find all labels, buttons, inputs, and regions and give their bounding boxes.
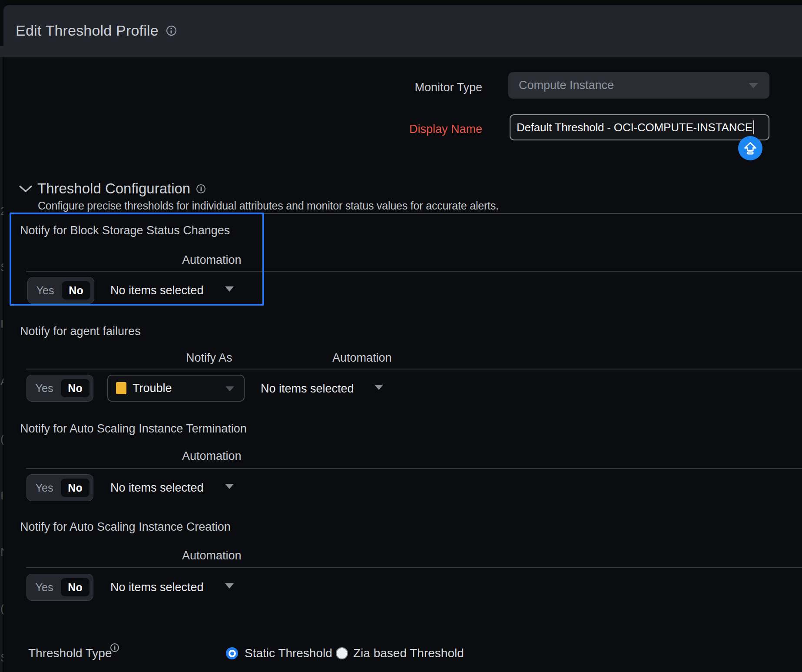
toggle-yes-option[interactable]: Yes xyxy=(27,574,62,600)
monitor-type-label: Monitor Type xyxy=(387,80,482,94)
display-name-value: Default Threshold - OCI-COMPUTE-INSTANCE xyxy=(517,121,752,134)
column-header-automation: Automation xyxy=(182,253,242,266)
agent-failures-automation-select[interactable]: No items selected xyxy=(261,382,354,396)
toggle-yes-option[interactable]: Yes xyxy=(28,277,63,303)
trouble-status-swatch xyxy=(116,382,126,394)
left-edge-background xyxy=(0,57,4,672)
left-edge-fragment: S xyxy=(0,651,3,664)
radio-zia-based-threshold[interactable] xyxy=(336,647,348,659)
block-storage-yes-no-toggle[interactable]: Yes No xyxy=(27,277,94,304)
agent-failures-yes-no-toggle[interactable]: Yes No xyxy=(27,375,93,402)
top-strip xyxy=(0,0,802,5)
display-name-input[interactable]: Default Threshold - OCI-COMPUTE-INSTANCE xyxy=(510,114,769,140)
radio-label-zia-based-threshold[interactable]: Zia based Threshold xyxy=(353,646,464,660)
autoscaling-termination-automation-select[interactable]: No items selected xyxy=(110,481,204,495)
divider xyxy=(26,567,802,568)
threshold-configuration-description: Configure precise thresholds for individ… xyxy=(38,199,499,212)
radio-static-threshold[interactable] xyxy=(226,647,238,659)
page-title: Edit Threshold Profile xyxy=(16,22,159,39)
divider xyxy=(26,468,802,469)
info-icon[interactable] xyxy=(166,26,176,36)
left-edge-fragment: S xyxy=(0,261,3,274)
edit-threshold-profile-modal: 2 S I A ( I N ( S Edit Threshold Profile… xyxy=(0,0,802,672)
upload-icon xyxy=(743,141,757,155)
column-header-automation: Automation xyxy=(182,549,242,562)
left-edge-fragment: I xyxy=(0,489,3,502)
upload-button[interactable] xyxy=(738,136,762,160)
divider xyxy=(26,369,802,369)
monitor-type-select[interactable]: Compute Instance xyxy=(508,72,769,99)
section-title-block-storage: Notify for Block Storage Status Changes xyxy=(20,223,230,238)
chevron-down-icon[interactable] xyxy=(225,583,234,589)
info-icon[interactable] xyxy=(196,184,205,193)
left-edge-fragment: 2 xyxy=(0,204,3,217)
threshold-configuration-title[interactable]: Threshold Configuration xyxy=(37,181,190,196)
divider xyxy=(26,271,802,272)
info-icon[interactable] xyxy=(110,643,119,652)
autoscaling-creation-automation-select[interactable]: No items selected xyxy=(110,580,204,594)
chevron-down-icon[interactable] xyxy=(225,484,234,489)
notify-as-value: Trouble xyxy=(133,382,172,395)
left-edge-fragment: I xyxy=(0,317,3,330)
left-edge-fragment: ( xyxy=(0,602,3,615)
notify-as-select[interactable]: Trouble xyxy=(107,375,245,402)
monitor-type-value: Compute Instance xyxy=(519,79,614,92)
column-header-automation: Automation xyxy=(332,351,392,364)
column-header-automation: Automation xyxy=(182,449,242,462)
section-title-autoscaling-termination: Notify for Auto Scaling Instance Termina… xyxy=(20,422,247,436)
toggle-yes-option[interactable]: Yes xyxy=(27,375,62,401)
radio-label-static-threshold[interactable]: Static Threshold xyxy=(245,646,332,660)
modal-header: Edit Threshold Profile xyxy=(3,5,802,57)
chevron-down-icon xyxy=(749,83,758,88)
left-edge-background xyxy=(0,0,3,46)
block-storage-automation-select[interactable]: No items selected xyxy=(110,283,204,297)
column-header-notify-as: Notify As xyxy=(186,351,232,364)
autoscaling-termination-yes-no-toggle[interactable]: Yes No xyxy=(27,474,93,501)
chevron-down-icon[interactable] xyxy=(225,286,234,292)
toggle-no-option[interactable]: No xyxy=(62,281,90,299)
section-title-agent-failures: Notify for agent failures xyxy=(20,324,141,339)
chevron-down-icon[interactable] xyxy=(374,385,383,390)
threshold-type-label: Threshold Type xyxy=(28,646,112,660)
toggle-no-option[interactable]: No xyxy=(61,479,89,497)
text-cursor xyxy=(753,120,754,134)
section-title-autoscaling-creation: Notify for Auto Scaling Instance Creatio… xyxy=(20,520,231,534)
toggle-yes-option[interactable]: Yes xyxy=(27,475,62,501)
left-edge-fragment: N xyxy=(0,546,3,559)
display-name-label: Display Name xyxy=(387,122,482,136)
toggle-no-option[interactable]: No xyxy=(61,379,89,397)
collapse-chevron-icon[interactable] xyxy=(19,185,32,195)
left-edge-fragment: ( xyxy=(0,432,3,446)
left-edge-fragment: A xyxy=(0,375,3,388)
toggle-no-option[interactable]: No xyxy=(61,578,89,596)
divider xyxy=(10,213,802,214)
header-notch xyxy=(0,46,3,57)
autoscaling-creation-yes-no-toggle[interactable]: Yes No xyxy=(27,574,93,601)
chevron-down-icon xyxy=(225,386,234,391)
